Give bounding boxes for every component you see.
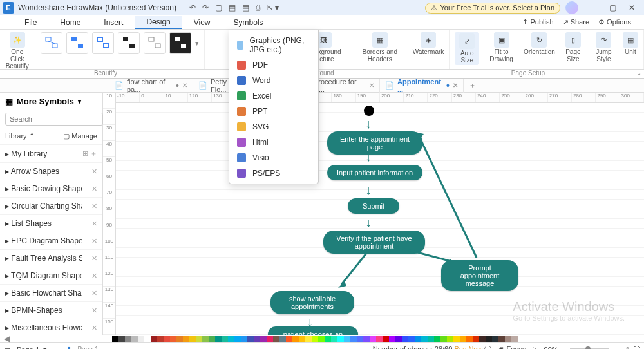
close-button[interactable]: ✕ [622,3,641,12]
color-swatch[interactable] [415,336,421,342]
sidebar-category[interactable]: ▸ Arrow Shapes✕ [0,162,102,180]
color-swatch[interactable] [370,336,376,342]
color-swatch[interactable] [350,336,357,342]
sidebar-category[interactable]: ▸ List Shapes✕ [0,214,102,232]
export-visio[interactable]: Visio [229,150,318,165]
color-swatch[interactable] [299,336,305,342]
auto-size-button[interactable]: ⤢Auto Size [455,32,479,65]
sidebar-category[interactable]: ▸ Fault Tree Analysis Shapes✕ [0,249,102,267]
fit-drawing-button[interactable]: ▣Fit to Drawing [486,32,517,65]
style-gallery[interactable]: ▾ [41,32,199,54]
canvas[interactable]: Enter the appointment page Input patient… [116,103,644,335]
color-swatch[interactable] [434,336,440,342]
maximize-button[interactable]: ▢ [603,3,622,12]
redo-icon[interactable]: ↷ [202,3,209,12]
borders-headers-button[interactable]: ▦Borders and Headers [355,32,405,62]
trial-banner[interactable]: ⚠ Your Free Trial is over. Select a Plan [425,3,560,14]
color-swatch[interactable] [305,336,312,342]
color-swatch[interactable] [241,336,247,342]
color-swatch[interactable] [492,336,498,342]
color-swatch[interactable] [151,336,157,342]
sidebar-category[interactable]: ▸ Basic Drawing Shapes✕ [0,180,102,197]
color-swatch[interactable] [511,336,518,342]
style-preset-1[interactable] [41,32,62,54]
undo-icon[interactable]: ↶ [189,3,196,12]
color-swatch[interactable] [202,336,209,342]
color-swatch[interactable] [363,336,370,342]
sidebar-category[interactable]: ▸ Circular Charting Shapes✕ [0,197,102,214]
color-swatch[interactable] [144,336,151,342]
flow-node-choose[interactable]: patient chooses an [268,326,358,335]
color-swatch[interactable] [395,336,402,342]
publish-button[interactable]: ↥ Publish [522,18,553,26]
minimize-button[interactable]: — [583,3,603,12]
color-swatch[interactable] [260,336,267,342]
export-icon[interactable]: ⇱ ▾ [267,3,279,12]
flow-node-enter[interactable]: Enter the appointment page [327,131,422,155]
export-ppt[interactable]: PPT [229,104,318,119]
color-swatch[interactable] [325,336,331,342]
sidebar-category[interactable]: ▸ EPC Diagram Shapes✕ [0,232,102,249]
color-swatch[interactable] [440,336,447,342]
color-swatch[interactable] [131,336,138,342]
gallery-more-icon[interactable]: ▾ [195,39,199,48]
color-swatch[interactable] [466,336,473,342]
color-swatch[interactable] [292,336,299,342]
zoom-out-button[interactable]: − [562,346,566,350]
orientation-button[interactable]: ↻Orientation [524,32,555,65]
color-swatch[interactable] [421,336,428,342]
search-input[interactable] [5,113,103,126]
fit-page-icon[interactable]: ⤢ [623,345,629,349]
color-swatch[interactable] [189,336,196,342]
unit-button[interactable]: ▦Unit [623,32,638,65]
color-swatch[interactable] [267,336,273,342]
color-swatch[interactable] [453,336,460,342]
style-preset-5[interactable] [144,32,166,54]
export-excel[interactable]: Excel [229,88,318,104]
close-icon[interactable]: ✕ [369,82,374,89]
one-click-beautify-button[interactable]: ✨ One Click Beautify [5,32,30,70]
layout-toggle-icon[interactable]: ▭ [4,345,10,349]
color-swatch[interactable] [344,336,350,342]
export-pdf[interactable]: PDF [229,57,318,73]
ribbon-collapse-icon[interactable]: ⌄ [634,70,644,78]
color-swatch[interactable] [196,336,202,342]
menu-symbols[interactable]: Symbols [222,17,275,28]
new-tab-button[interactable]: ＋ [464,80,481,90]
page-size-button[interactable]: ▯Page Size [562,32,585,65]
tab-appointment[interactable]: 📄 Appointment ...•✕ [380,79,464,93]
avatar[interactable] [565,1,578,14]
options-button[interactable]: ⚙ Options [598,18,631,26]
color-swatch[interactable] [228,336,234,342]
share-button[interactable]: ↗ Share [563,18,589,26]
color-swatch[interactable] [254,336,260,342]
close-icon[interactable]: ✕ [453,82,458,89]
flow-start-node[interactable] [364,106,374,116]
menu-insert[interactable]: Insert [92,17,135,28]
color-swatch[interactable] [505,336,511,342]
flow-node-show[interactable]: show available appointments [270,291,354,314]
color-swatch[interactable] [118,336,125,342]
color-swatch[interactable] [222,336,228,342]
menu-home[interactable]: Home [48,17,92,28]
color-swatch[interactable] [318,336,325,342]
manage-button[interactable]: ▢ Manage [63,132,97,140]
color-swatch[interactable] [164,336,170,342]
color-swatch[interactable] [479,336,486,342]
open-icon[interactable]: ▤ [229,3,236,12]
style-preset-2[interactable] [66,32,88,54]
zoom-in-button[interactable]: ＋ [612,344,620,349]
page-selector[interactable]: Page-1 ▾ [17,345,47,349]
color-swatch[interactable] [337,336,344,342]
color-swatch[interactable] [331,336,337,342]
zoom-controls[interactable]: 90% − ＋ ⤢ ⛶ [544,344,640,349]
menu-design[interactable]: Design [135,16,182,29]
color-swatch[interactable] [138,336,144,342]
export-html[interactable]: Html [229,135,318,150]
menu-view[interactable]: View [182,17,222,28]
color-swatch[interactable] [286,336,292,342]
flow-node-submit[interactable]: Submit [348,198,399,214]
style-preset-6[interactable] [169,32,191,54]
color-swatch[interactable] [112,336,118,342]
color-swatch-bar[interactable]: ◀ [0,335,644,342]
